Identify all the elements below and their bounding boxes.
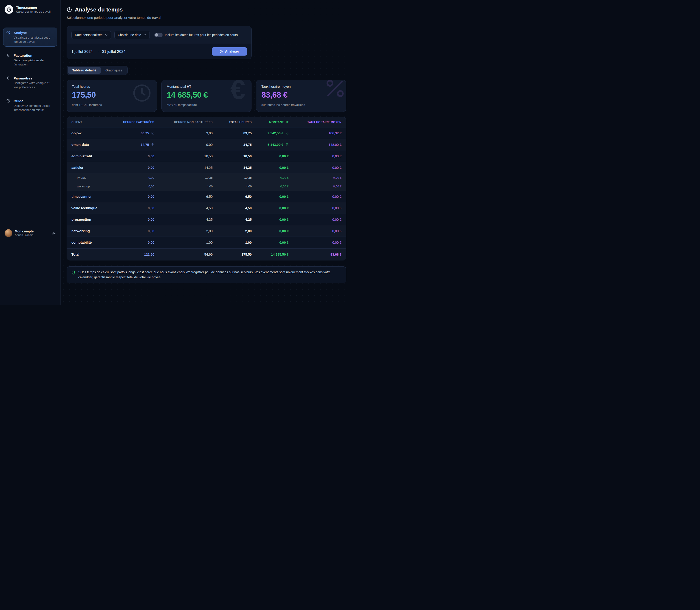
client-cell: workshop <box>67 182 110 191</box>
billed-cell: 0,00 <box>110 162 159 173</box>
column-amount: MONTANT HT <box>256 117 293 127</box>
amount-cell: 0,00 € <box>256 182 293 191</box>
sidebar-item-description: Visualisez et analysez votre temps de tr… <box>14 36 54 44</box>
unbilled-cell: 4,50 <box>159 202 217 214</box>
analyze-button[interactable]: Analyser <box>212 47 247 55</box>
total-cell: 89,75 <box>217 127 256 139</box>
stat-card-average-rate: Taux horaire moyen 83,68 € sur toutes le… <box>256 80 346 112</box>
rate-cell: 0,00 € <box>293 191 346 202</box>
filter-controls: Date personnalisée Choisir une date Incl… <box>67 26 251 44</box>
table-row: objow 86,75 3,00 89,75 9 542,50 € 106,32… <box>67 127 346 139</box>
unbilled-cell: 14,25 <box>159 162 217 173</box>
account-label: Mon compte <box>15 229 34 233</box>
billed-cell: 0,00 <box>110 225 159 237</box>
total-cell: 34,75 <box>217 139 256 150</box>
table-row: comptabilité 0,00 1,00 1,00 0,00 € 0,00 … <box>67 237 346 248</box>
table-subrow: livrable 0,00 10,25 10,25 0,00 € 0,00 € <box>67 173 346 182</box>
rate-cell: 148,00 € <box>293 139 346 150</box>
table-row: networking 0,00 2,00 2,00 0,00 € 0,00 € <box>67 225 346 237</box>
table-row: timescanner 0,00 6,50 6,50 0,00 € 0,00 € <box>67 191 346 202</box>
stat-value: 14 685,50 € <box>167 90 246 99</box>
chevron-down-icon <box>105 34 108 36</box>
rate-cell: 0,00 € <box>293 182 346 191</box>
stat-title: Montant total HT <box>167 85 246 89</box>
client-cell: livrable <box>67 173 110 182</box>
total-cell: 4,50 <box>217 202 256 214</box>
billed-cell: 0,00 <box>110 150 159 162</box>
sidebar-item-facturation[interactable]: Facturation Gérez vos périodes de factur… <box>3 50 57 69</box>
billed-cell: 0,00 <box>110 173 159 182</box>
client-cell: aaticka <box>67 162 110 173</box>
copy-icon <box>286 143 289 146</box>
start-date: 1 juillet 2024 <box>71 49 93 54</box>
amount-cell: 0,00 € <box>256 150 293 162</box>
stat-value: 175,50 <box>72 90 151 99</box>
billed-cell: 0,00 <box>110 237 159 248</box>
sidebar-nav: Analyse Visualisez et analysez votre tem… <box>3 28 57 115</box>
table-row: administratif 0,00 18,50 18,50 0,00 € 0,… <box>67 150 346 162</box>
amount-value: 9 542,50 € <box>267 131 283 135</box>
date-range: 1 juillet 2024 → 31 juillet 2024 <box>71 49 125 54</box>
copy-button[interactable] <box>151 143 154 146</box>
help-icon <box>6 99 10 103</box>
total-unbilled-cell: 54,00 <box>159 248 217 260</box>
sidebar-item-label: Guide <box>14 99 54 103</box>
copy-button[interactable] <box>151 132 154 135</box>
table-header-row: CLIENT HEURES FACTURÉES HEURES NON FACTU… <box>67 117 346 127</box>
amount-cell: 0,00 € <box>256 214 293 225</box>
sidebar-item-analyse[interactable]: Analyse Visualisez et analysez votre tem… <box>3 28 57 47</box>
table-row: omen-data 34,75 0,00 34,75 5 143,00 € 14… <box>67 139 346 150</box>
clock-icon <box>6 31 10 35</box>
unbilled-cell: 2,00 <box>159 225 217 237</box>
table-total-row: Total 121,50 54,00 175,50 14 685,50 € 83… <box>67 248 346 260</box>
page-title: Analyse du temps <box>75 6 123 13</box>
table-subrow: workshop 0,00 4,00 4,00 0,00 € 0,00 € <box>67 182 346 191</box>
copy-icon <box>286 132 289 135</box>
sidebar-item-description: Gérez vos périodes de facturation <box>14 58 54 66</box>
unbilled-cell: 10,25 <box>159 173 217 182</box>
page-subtitle: Sélectionnez une période pour analyser v… <box>67 16 346 19</box>
avatar[interactable] <box>4 229 12 237</box>
sidebar-item-parametres[interactable]: Paramètres Configurez votre compte et vo… <box>3 73 57 92</box>
column-unbilled-hours: HEURES NON FACTURÉES <box>159 117 217 127</box>
period-type-value: Date personnalisée <box>75 33 103 37</box>
theme-toggle-button[interactable] <box>52 231 56 235</box>
client-cell: administratif <box>67 150 110 162</box>
sidebar-item-label: Analyse <box>14 31 54 35</box>
stat-note: 69% du temps facturé <box>167 103 246 107</box>
rate-cell: 0,00 € <box>293 225 346 237</box>
sidebar-item-guide[interactable]: Guide Découvrez comment utiliser Timesca… <box>3 96 57 115</box>
column-total-hours: TOTAL HEURES <box>217 117 256 127</box>
tab-graphiques[interactable]: Graphiques <box>101 67 127 74</box>
amount-cell: 0,00 € <box>256 225 293 237</box>
client-cell: prospection <box>67 214 110 225</box>
chevron-down-icon <box>144 34 146 36</box>
amount-cell: 5 143,00 € <box>256 139 293 150</box>
main-content: Analyse du temps Sélectionnez une périod… <box>61 0 350 305</box>
billed-value: 86,75 <box>141 131 149 135</box>
clock-icon <box>219 50 223 53</box>
euro-icon <box>6 53 10 58</box>
stopwatch-icon <box>6 7 12 12</box>
date-select[interactable]: Choisir une date <box>114 31 150 39</box>
total-hours-cell: 175,50 <box>217 248 256 260</box>
copy-button[interactable] <box>286 132 289 135</box>
copy-icon <box>151 132 154 135</box>
table-row: prospection 0,00 4,25 4,25 0,00 € 0,00 € <box>67 214 346 225</box>
future-dates-toggle[interactable] <box>154 33 163 37</box>
period-type-select[interactable]: Date personnalisée <box>71 31 111 39</box>
stat-note: dont 121,50 facturées <box>72 103 151 107</box>
billed-value: 34,75 <box>141 143 149 146</box>
period-filter-card: Date personnalisée Choisir une date Incl… <box>67 26 252 59</box>
unbilled-cell: 18,50 <box>159 150 217 162</box>
account-username: Adrien Blandin <box>15 234 34 237</box>
unbilled-cell: 6,50 <box>159 191 217 202</box>
stat-card-total-amount: Montant total HT 14 685,50 € 69% du temp… <box>161 80 252 112</box>
tab-tableau-detaille[interactable]: Tableau détaillé <box>68 67 101 74</box>
total-cell: 4,00 <box>217 182 256 191</box>
analyze-button-label: Analyser <box>225 50 239 53</box>
total-billed-cell: 121,50 <box>110 248 159 260</box>
copy-button[interactable] <box>286 143 289 146</box>
column-rate: TAUX HORAIRE MOYEN <box>293 117 346 127</box>
stat-note: sur toutes les heures travaillées <box>261 103 341 107</box>
